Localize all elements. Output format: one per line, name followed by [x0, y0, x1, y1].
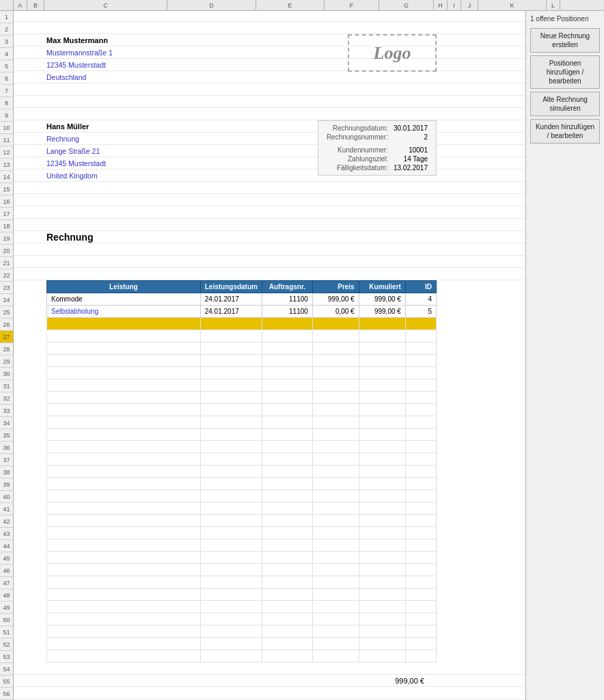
row-number-31: 31 [0, 380, 13, 392]
table-row-0-col-2: 11100 [262, 293, 312, 306]
recipient-block: Hans MüllerRechnungLange Straße 2112345 … [14, 120, 525, 206]
row-number-41: 41 [0, 503, 13, 515]
panel-open-positions: 1 offene Positionen [530, 15, 600, 23]
positionen-button[interactable]: Positionen hinzufügen / bearbeiten [530, 55, 600, 89]
due-label: Fälligkeitsdatum: [324, 163, 391, 172]
alte-rechnung-button[interactable]: Alte Rechnung simulieren [530, 92, 600, 116]
invoice-area: Max MustermannLogoMustermannstraße 11234… [14, 11, 525, 700]
subtotal-value: 999,00 € [14, 677, 525, 685]
column-headers: A B C D E F G H I J K L [14, 0, 604, 11]
row-number-51: 51 [0, 626, 13, 638]
payment-label: Zahlungsziel: [324, 154, 391, 163]
date-value: 30.01.2017 [391, 124, 430, 133]
col-header-k: K [478, 0, 547, 10]
row-number-20: 20 [0, 245, 13, 257]
row-number-18: 18 [0, 220, 13, 232]
due-value: 13.02.2017 [391, 163, 430, 172]
table-row-1-col-0: Selbstabholung [47, 306, 201, 318]
table-row-0-col-1: 24.01.2017 [200, 293, 262, 306]
row-number-2: 2 [0, 23, 13, 36]
sender-country: Deutschland [14, 73, 86, 81]
row-number-8: 8 [0, 97, 13, 109]
row-number-10: 10 [0, 122, 13, 134]
table-header-id: ID [405, 281, 436, 293]
col-header-j: J [461, 0, 478, 10]
kunden-button[interactable]: Kunden hinzufügen / bearbeiten [530, 119, 600, 144]
row-number-56: 56 [0, 688, 13, 700]
row-number-21: 21 [0, 257, 13, 269]
row-number-44: 44 [0, 540, 13, 552]
right-panel: 1 offene Positionen Neue Rechnung erstel… [525, 11, 604, 700]
table-row-0-col-4: 999,00 € [359, 293, 405, 306]
table-header-leistungsdatum: Leistungsdatum [200, 281, 262, 293]
invoice-table-wrapper: LeistungLeistungsdatumAuftragsnr.PreisKu… [14, 280, 525, 662]
sender-street: Mustermannstraße 1 [14, 49, 113, 57]
row-number-5: 5 [0, 60, 13, 72]
recipient-street: Lange Straße 21 [14, 147, 100, 155]
table-row-1-col-3: 0,00 € [312, 306, 359, 318]
sender-name: Max Mustermann [14, 36, 108, 44]
number-label: Rechnungsnummer: [324, 133, 391, 142]
row-number-11: 11 [0, 134, 13, 146]
sender-city: 12345 Musterstadt [14, 61, 106, 69]
row-number-25: 25 [0, 306, 13, 319]
row-number-38: 38 [0, 466, 13, 479]
table-header-preis: Preis [312, 281, 359, 293]
row-number-43: 43 [0, 528, 13, 540]
row-number-34: 34 [0, 417, 13, 429]
invoice-title: Rechnung [14, 232, 93, 243]
col-header-b: B [27, 0, 44, 10]
row-number-39: 39 [0, 479, 13, 491]
row-number-46: 46 [0, 565, 13, 577]
row-number-36: 36 [0, 442, 13, 454]
col-header-c: C [44, 0, 167, 10]
neue-rechnung-button[interactable]: Neue Rechnung erstellen [530, 28, 600, 53]
table-row-1-col-2: 11100 [262, 306, 312, 318]
row-number-40: 40 [0, 491, 13, 503]
row-number-30: 30 [0, 368, 13, 380]
row-number-55: 55 [0, 675, 13, 688]
row-number-4: 4 [0, 48, 13, 60]
recipient-name: Hans Müller [14, 122, 89, 131]
row-number-53: 53 [0, 651, 13, 663]
payment-value: 14 Tage [391, 154, 430, 163]
logo-box: Logo [348, 34, 437, 72]
row-number-3: 3 [0, 36, 13, 48]
row-number-16: 16 [0, 196, 13, 208]
row-number-26: 26 [0, 319, 13, 331]
row-number-7: 7 [0, 85, 13, 97]
col-header-d: D [167, 0, 256, 10]
row-number-29: 29 [0, 355, 13, 368]
invoice-table: LeistungLeistungsdatumAuftragsnr.PreisKu… [46, 280, 437, 662]
invoice-info-block: Rechnungsdatum: 30.01.2017 Rechnungsnumm… [318, 120, 437, 176]
row-number-37: 37 [0, 454, 13, 466]
row-number-33: 33 [0, 405, 13, 417]
col-header-i: I [448, 0, 461, 10]
row-number-42: 42 [0, 515, 13, 528]
row-number-6: 6 [0, 72, 13, 85]
row-number-9: 9 [0, 109, 13, 122]
recipient-country: United Kingdom [14, 172, 98, 180]
row-numbers: 1234567891011121314151617181920212223242… [0, 0, 14, 700]
row-number-12: 12 [0, 146, 13, 159]
col-header-a: A [14, 0, 27, 10]
row-number-24: 24 [0, 294, 13, 306]
row-number-49: 49 [0, 602, 13, 614]
row-number-23: 23 [0, 282, 13, 294]
row-number-45: 45 [0, 552, 13, 565]
row-number-32: 32 [0, 392, 13, 405]
row-number-27: 27 [0, 331, 13, 343]
table-row-1-col-4: 999,00 € [359, 306, 405, 318]
row-number-47: 47 [0, 577, 13, 589]
recipient-city: 12345 Musterstadt [14, 159, 106, 167]
row-number-17: 17 [0, 208, 13, 220]
row-number-13: 13 [0, 159, 13, 171]
row-number-1: 1 [0, 11, 13, 23]
row-number-19: 19 [0, 232, 13, 245]
col-header-f: F [325, 0, 379, 10]
row-number-54: 54 [0, 663, 13, 675]
row-number-15: 15 [0, 183, 13, 196]
table-header-leistung: Leistung [47, 281, 201, 293]
table-row-1-id: 5 [405, 306, 436, 318]
col-header-e: E [256, 0, 325, 10]
